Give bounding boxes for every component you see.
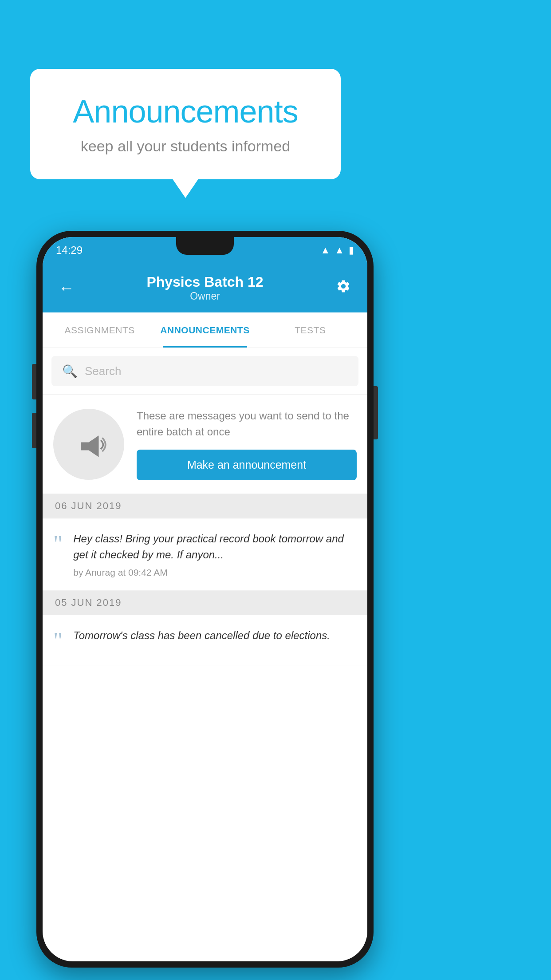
app-bar-title: Physics Batch 12 [80, 274, 330, 290]
message-item-2[interactable]: " Tomorrow's class has been cancelled du… [43, 615, 367, 665]
quote-icon-2: " [53, 629, 63, 652]
phone-outer: 14:29 ▲ ▲ ▮ ← Physics Batch 12 Owner [36, 231, 374, 968]
speech-bubble-container: Announcements keep all your students inf… [30, 69, 341, 179]
tabs-bar: ASSIGNMENTS ANNOUNCEMENTS TESTS [43, 312, 367, 348]
announcement-icon-circle [53, 409, 124, 480]
settings-button[interactable] [330, 279, 357, 297]
phone-notch [176, 237, 234, 255]
phone-wrapper: 14:29 ▲ ▲ ▮ ← Physics Batch 12 Owner [36, 231, 374, 968]
message-content-1: Hey class! Bring your practical record b… [73, 531, 357, 578]
app-bar-title-area: Physics Batch 12 Owner [80, 274, 330, 302]
megaphone-icon [69, 424, 109, 464]
message-meta-1: by Anurag at 09:42 AM [73, 567, 357, 578]
app-bar: ← Physics Batch 12 Owner [43, 264, 367, 312]
back-button[interactable]: ← [53, 279, 80, 297]
search-icon: 🔍 [62, 364, 78, 379]
date-divider-1: 06 JUN 2019 [43, 494, 367, 518]
volume-up-button [32, 364, 36, 399]
message-item-1[interactable]: " Hey class! Bring your practical record… [43, 518, 367, 591]
search-container: 🔍 Search [43, 348, 367, 395]
speech-bubble: Announcements keep all your students inf… [30, 69, 341, 179]
make-announcement-button[interactable]: Make an announcement [137, 450, 357, 480]
bubble-title: Announcements [57, 93, 314, 130]
phone-screen: 14:29 ▲ ▲ ▮ ← Physics Batch 12 Owner [43, 237, 367, 961]
app-bar-subtitle: Owner [80, 290, 330, 302]
volume-down-button [32, 413, 36, 448]
signal-icon: ▲ [335, 245, 344, 256]
date-divider-2: 05 JUN 2019 [43, 591, 367, 615]
status-time: 14:29 [56, 244, 83, 257]
message-text-1: Hey class! Bring your practical record b… [73, 531, 357, 563]
quote-icon-1: " [53, 533, 63, 556]
tab-tests[interactable]: TESTS [258, 312, 363, 348]
announcement-prompt: These are messages you want to send to t… [43, 395, 367, 494]
announcement-right: These are messages you want to send to t… [137, 408, 357, 480]
tab-announcements[interactable]: ANNOUNCEMENTS [152, 312, 257, 348]
status-icons: ▲ ▲ ▮ [320, 245, 354, 256]
svg-marker-0 [81, 435, 99, 457]
message-text-2: Tomorrow's class has been cancelled due … [73, 628, 357, 644]
bubble-subtitle: keep all your students informed [57, 138, 314, 155]
search-placeholder: Search [85, 364, 121, 378]
message-content-2: Tomorrow's class has been cancelled due … [73, 628, 357, 648]
announcement-description: These are messages you want to send to t… [137, 408, 357, 440]
tab-assignments[interactable]: ASSIGNMENTS [47, 312, 152, 348]
power-button [374, 386, 378, 439]
wifi-icon: ▲ [320, 245, 330, 256]
search-bar[interactable]: 🔍 Search [51, 356, 358, 386]
battery-icon: ▮ [349, 245, 354, 256]
